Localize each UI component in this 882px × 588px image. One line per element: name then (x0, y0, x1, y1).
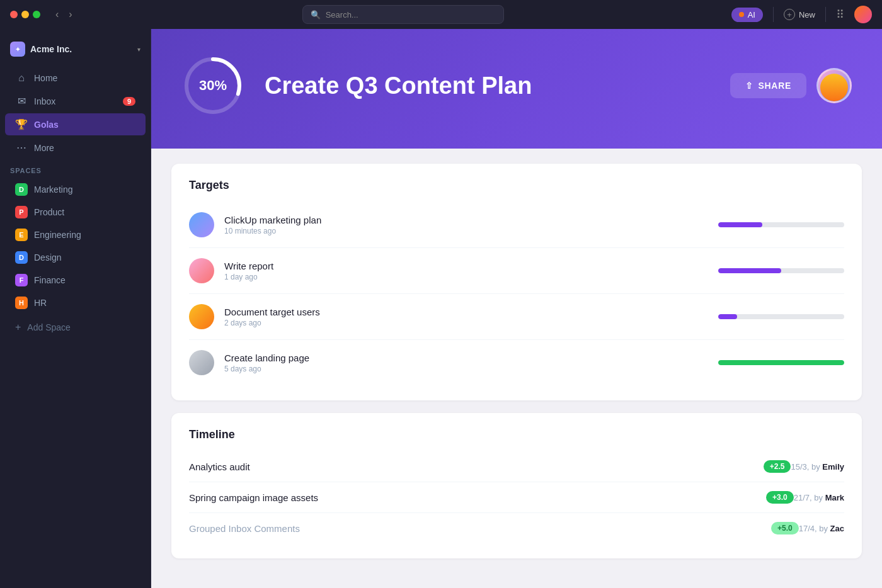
progress-bar-wrap (718, 268, 844, 273)
list-item[interactable]: Spring campaign image assets +3.0 21/7, … (189, 482, 844, 513)
timeline-item-name: Grouped Inbox Comments (189, 523, 765, 534)
list-item[interactable]: Grouped Inbox Comments +5.0 17/4, by Zac (189, 513, 844, 543)
timeline-right: 15/3, by Emily (791, 462, 844, 472)
sidebar-item-home[interactable]: ⌂ Home (5, 67, 146, 89)
target-time: 2 days ago (224, 319, 708, 327)
progress-bar (718, 268, 781, 273)
table-row[interactable]: Create landing page 5 days ago (189, 340, 844, 385)
avatar (189, 350, 214, 375)
new-button[interactable]: + New (784, 9, 815, 20)
sidebar-item-inbox[interactable]: ✉ Inbox 9 (5, 90, 146, 112)
sidebar-space-product[interactable]: P Product (5, 201, 146, 223)
search-container: 🔍 Search... (83, 5, 724, 24)
divider (773, 7, 774, 22)
table-row[interactable]: Write report 1 day ago (189, 248, 844, 294)
search-box[interactable]: 🔍 Search... (302, 5, 504, 24)
timeline-badge: +5.0 (771, 522, 799, 534)
timeline-item-name: Analytics audit (189, 461, 757, 472)
topbar: ‹ › 🔍 Search... AI + New ⠿ (0, 0, 882, 29)
assignee-avatar[interactable] (816, 68, 852, 103)
workspace-header[interactable]: ✦ Acme Inc. ▾ (0, 37, 151, 67)
chevron-down-icon: ▾ (137, 46, 140, 53)
list-item[interactable]: Analytics audit +2.5 15/3, by Emily (189, 451, 844, 482)
sidebar-space-marketing[interactable]: D Marketing (5, 179, 146, 200)
sidebar-item-goals[interactable]: 🏆 Golas (5, 113, 146, 135)
sidebar-item-label: Home (34, 73, 57, 83)
sidebar-space-design[interactable]: D Design (5, 247, 146, 268)
cards-area: Targets ClickUp marketing plan 10 minute… (151, 149, 882, 574)
sidebar: ✦ Acme Inc. ▾ ⌂ Home ✉ Inbox 9 🏆 Golas ⋯… (0, 29, 151, 588)
sidebar-space-hr[interactable]: H HR (5, 292, 146, 314)
share-label: SHARE (758, 81, 791, 91)
more-icon: ⋯ (15, 142, 28, 154)
space-label: Marketing (34, 184, 72, 195)
ai-label: AI (748, 10, 755, 20)
topbar-right: AI + New ⠿ (731, 6, 872, 23)
target-info: Document target users 2 days ago (224, 307, 708, 327)
workspace-logo: ✦ (10, 42, 25, 57)
target-time: 5 days ago (224, 365, 708, 373)
target-name: Create landing page (224, 353, 708, 363)
add-space-button[interactable]: + Add Space (5, 317, 146, 338)
space-label: HR (34, 298, 47, 308)
sidebar-space-finance[interactable]: F Finance (5, 269, 146, 291)
table-row[interactable]: Document target users 2 days ago (189, 294, 844, 340)
inbox-icon: ✉ (15, 95, 28, 107)
sidebar-space-engineering[interactable]: E Engineering (5, 224, 146, 246)
traffic-close[interactable] (10, 11, 18, 18)
ai-button[interactable]: AI (731, 8, 763, 22)
sidebar-item-more[interactable]: ⋯ More (5, 137, 146, 159)
sidebar-item-label: More (34, 143, 54, 153)
timeline-right: 21/7, by Mark (794, 493, 844, 502)
traffic-maximize[interactable] (33, 11, 40, 18)
avatar (189, 258, 214, 283)
table-row[interactable]: ClickUp marketing plan 10 minutes ago (189, 202, 844, 248)
progress-bar-wrap (718, 314, 844, 319)
back-button[interactable]: ‹ (53, 8, 61, 21)
inbox-badge: 9 (123, 97, 135, 106)
target-name: Write report (224, 261, 708, 271)
sidebar-item-label: Inbox (34, 96, 55, 106)
share-icon: ⇧ (745, 81, 753, 91)
main-content: 30% Create Q3 Content Plan ⇧ SHARE Targe… (151, 29, 882, 588)
progress-label: 30% (199, 77, 227, 94)
home-icon: ⌂ (15, 72, 28, 84)
traffic-lights (10, 11, 40, 18)
space-icon-hr: H (15, 297, 28, 309)
share-button[interactable]: ⇧ SHARE (730, 73, 806, 98)
target-info: Write report 1 day ago (224, 261, 708, 281)
timeline-right: 17/4, by Zac (799, 524, 844, 533)
progress-bar-wrap (718, 360, 844, 365)
grid-icon[interactable]: ⠿ (836, 8, 844, 21)
space-icon-finance: F (15, 274, 28, 286)
page-title: Create Q3 Content Plan (265, 72, 710, 99)
targets-title: Targets (189, 179, 844, 192)
goals-icon: 🏆 (15, 118, 28, 130)
target-info: Create landing page 5 days ago (224, 353, 708, 373)
user-avatar[interactable] (854, 6, 872, 23)
space-icon-design: D (15, 251, 28, 264)
forward-button[interactable]: › (66, 8, 74, 21)
space-icon-product: P (15, 206, 28, 218)
workspace-name: Acme Inc. (30, 44, 72, 54)
search-icon: 🔍 (311, 10, 321, 20)
target-time: 10 minutes ago (224, 227, 708, 235)
add-space-label: Add Space (27, 322, 71, 332)
target-name: Document target users (224, 307, 708, 317)
hero-actions: ⇧ SHARE (730, 68, 852, 103)
space-label: Engineering (34, 230, 81, 240)
timeline-card: Timeline Analytics audit +2.5 15/3, by E… (171, 413, 862, 558)
progress-bar (718, 222, 762, 227)
new-label: New (799, 10, 815, 20)
progress-bar-wrap (718, 222, 844, 227)
search-placeholder: Search... (326, 10, 358, 20)
timeline-badge: +3.0 (766, 491, 794, 504)
spaces-label: Spaces (0, 159, 151, 178)
progress-ring: 30% (181, 54, 244, 117)
nav-arrows: ‹ › (53, 8, 75, 21)
timeline-item-name: Spring campaign image assets (189, 492, 760, 503)
timeline-badge: +2.5 (764, 460, 791, 473)
new-icon: + (784, 9, 795, 20)
traffic-minimize[interactable] (21, 11, 29, 18)
avatar (189, 304, 214, 329)
